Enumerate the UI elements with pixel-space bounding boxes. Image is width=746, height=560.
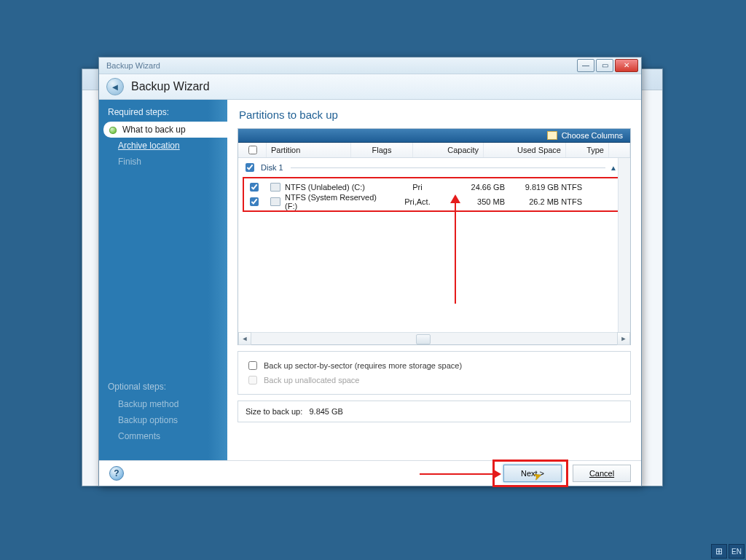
size-frame: Size to back up: 9.845 GB <box>237 401 631 422</box>
help-icon[interactable]: ? <box>109 466 124 481</box>
partition-flags: Pri,Act. <box>391 197 444 206</box>
header-type[interactable]: Type <box>566 143 609 157</box>
required-steps-label: Required steps: <box>99 104 227 122</box>
maximize-button[interactable]: ▭ <box>596 59 613 72</box>
sidebar-item-label: Backup options <box>118 415 178 425</box>
header-capacity[interactable]: Capacity <box>413 143 484 157</box>
partition-list: Disk 1 ▲ NTFS (Unlabeled) (C:) Pri 24.66… <box>238 158 630 332</box>
tray-language[interactable]: EN <box>729 544 745 559</box>
sidebar-item-label: Archive location <box>118 141 180 151</box>
vertical-scrollbar[interactable] <box>618 158 630 332</box>
partition-row[interactable]: NTFS (System Reserved) (F:) Pri,Act. 350… <box>244 194 620 209</box>
sidebar: Required steps: What to back up Archive … <box>99 100 227 460</box>
sidebar-item-comments: Comments <box>99 428 227 444</box>
partition-used: 9.819 GB <box>525 183 559 192</box>
sidebar-item-backup-method: Backup method <box>99 396 227 412</box>
scroll-left-button[interactable]: ◄ <box>238 332 251 345</box>
optional-steps-label: Optional steps: <box>99 379 227 396</box>
sector-by-sector-label: Back up sector-by-sector (requires more … <box>264 361 462 370</box>
sidebar-item-label: Comments <box>118 431 160 441</box>
next-button-label: Next > <box>521 469 544 478</box>
choose-columns-bar[interactable]: Choose Columns <box>238 129 630 143</box>
cancel-button-label: Cancel <box>589 469 614 478</box>
cancel-button[interactable]: Cancel <box>573 465 631 482</box>
column-headers: Partition Flags Capacity Used Space Type <box>238 143 630 158</box>
partition-capacity: 24.66 GB <box>444 183 509 192</box>
header-checkbox[interactable] <box>238 143 267 157</box>
drive-icon <box>270 197 280 206</box>
partition-flags: Pri <box>391 183 444 192</box>
sidebar-item-finish: Finish <box>99 154 227 170</box>
scroll-thumb[interactable] <box>416 334 431 344</box>
scroll-right-button[interactable]: ► <box>617 332 630 345</box>
disk-label: Disk 1 <box>261 163 283 172</box>
unallocated-label: Back up unallocated space <box>264 376 359 384</box>
main-panel: Partitions to back up Choose Columns Par… <box>227 100 641 460</box>
back-button[interactable]: ◄ <box>106 78 124 95</box>
header-used-space[interactable]: Used Space <box>484 143 566 157</box>
partition-name: NTFS (System Reserved) (F:) <box>285 193 391 210</box>
sidebar-item-label: Backup method <box>118 399 178 409</box>
annotation-highlight-box: NTFS (Unlabeled) (C:) Pri 24.66 GB 9.819… <box>243 177 621 212</box>
disk-checkbox[interactable] <box>246 163 254 172</box>
partition-name: NTFS (Unlabeled) (C:) <box>285 183 365 192</box>
scroll-track[interactable] <box>251 334 617 344</box>
header-title: Backup Wizard <box>131 80 210 93</box>
sidebar-item-archive-location[interactable]: Archive location <box>99 138 227 154</box>
partition-row[interactable]: NTFS (Unlabeled) (C:) Pri 24.66 GB 9.819… <box>244 180 620 194</box>
sidebar-item-backup-options: Backup options <box>99 412 227 428</box>
options-frame: Back up sector-by-sector (requires more … <box>237 351 631 395</box>
header: ◄ Backup Wizard <box>99 74 641 100</box>
taskbar-tray: ⊞ EN <box>711 544 745 559</box>
unallocated-checkbox: Back up unallocated space <box>246 374 623 387</box>
columns-icon <box>547 131 557 140</box>
header-flags[interactable]: Flags <box>351 143 413 157</box>
backup-wizard-dialog: Backup Wizard — ▭ ✕ ◄ Backup Wizard Requ… <box>98 57 642 486</box>
partition-table: Choose Columns Partition Flags Capacity … <box>237 128 631 345</box>
sector-by-sector-checkbox[interactable]: Back up sector-by-sector (requires more … <box>246 359 623 372</box>
partition-used: 26.2 MB <box>529 197 559 206</box>
close-button[interactable]: ✕ <box>615 59 638 72</box>
sidebar-item-label: What to back up <box>122 125 186 135</box>
partition-checkbox[interactable] <box>250 183 259 192</box>
size-label: Size to back up: <box>246 407 302 416</box>
sidebar-item-label: Finish <box>118 157 141 167</box>
choose-columns-label: Choose Columns <box>562 131 623 140</box>
tray-windows-icon[interactable]: ⊞ <box>711 544 727 559</box>
header-partition[interactable]: Partition <box>267 143 351 157</box>
partition-capacity: 350 MB <box>444 197 509 206</box>
disk-group[interactable]: Disk 1 ▲ <box>238 158 630 176</box>
page-title: Partitions to back up <box>239 109 631 121</box>
size-value: 9.845 GB <box>309 407 342 416</box>
titlebar[interactable]: Backup Wizard — ▭ ✕ <box>99 58 641 74</box>
horizontal-scrollbar[interactable]: ◄ ► <box>238 332 630 344</box>
next-button[interactable]: Next > ➤ <box>503 465 562 482</box>
annotation-next-highlight: Next > ➤ <box>492 460 568 487</box>
drive-icon <box>270 183 280 192</box>
partition-checkbox[interactable] <box>250 197 259 206</box>
minimize-button[interactable]: — <box>577 59 594 72</box>
window-title: Backup Wizard <box>102 61 576 70</box>
sidebar-item-what-to-back-up[interactable]: What to back up <box>103 122 227 138</box>
footer: ? Next > ➤ Cancel <box>99 460 641 486</box>
